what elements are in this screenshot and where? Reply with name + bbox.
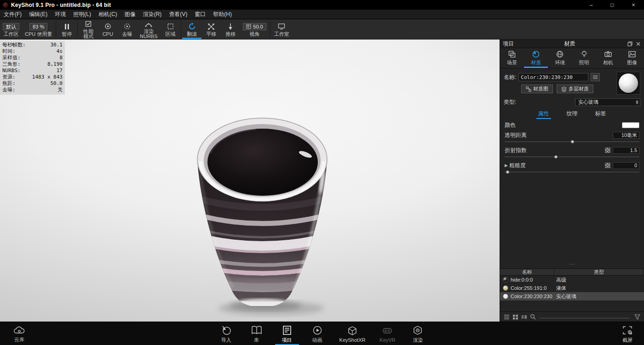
menu-view[interactable]: 查看(V) [165,10,191,19]
render-stats-overlay: 每秒帧数:30.1 时间:4s 采样值:8 三角形:8,190 NURBS:17… [0,41,65,95]
material-type-select[interactable]: 实心玻璃 [575,98,640,106]
roughness-value[interactable]: 0 [613,162,639,169]
studio-icon [278,23,285,30]
material-row-selected[interactable]: Color:230:230:230 实心玻璃 [500,292,644,300]
pause-button[interactable]: 暂停 [57,19,76,39]
transparency-value[interactable]: 10毫米 [613,132,639,139]
studio-button[interactable]: 工作室 [271,19,292,39]
subtab-labels[interactable]: 标签 [593,110,608,119]
texture-map-icon[interactable] [605,147,610,153]
menu-window[interactable]: 窗口 [191,10,209,19]
subtab-textures[interactable]: 纹理 [565,110,580,119]
tumble-button[interactable]: 翻滚 [182,19,201,39]
stat-samples: 采样值:8 [2,55,63,61]
lighting-icon [580,50,588,58]
tree-view-icon[interactable] [521,314,527,320]
tab-camera[interactable]: 相机 [596,48,620,68]
menu-environment[interactable]: 环境 [51,10,69,19]
material-list: 名称 类型 hide:0:0:0 高级 Color:255:191:0 液体 [500,268,644,300]
color-label: 颜色 [505,121,516,129]
panel-header: 项目 材质 [500,40,644,48]
material-swatch-icon [503,294,508,299]
fov-control[interactable]: 50.0 视角 [240,19,269,39]
maximize-button[interactable]: □ [602,0,623,10]
denoise-button[interactable]: 去噪 [117,19,137,39]
keyvr-button[interactable]: KeyVR [375,322,399,345]
filter-icon[interactable] [634,314,640,320]
tab-scene[interactable]: 场景 [500,48,524,68]
pan-button[interactable]: 平移 [201,19,221,39]
multi-material-icon [561,86,567,92]
color-picker-icon[interactable] [591,73,600,81]
minimize-button[interactable]: – [581,0,602,10]
texture-map-icon[interactable] [605,163,610,168]
tab-lighting[interactable]: 照明 [572,48,596,68]
titlebar: KeyShot 9.1 Pro - untitled.bip - 64 bit … [0,0,644,10]
material-row[interactable]: hide:0:0:0 高级 [500,276,644,284]
material-preview[interactable] [616,72,640,95]
keyvr-icon [382,326,393,336]
animation-button[interactable]: 动画 [305,322,329,345]
menubar: 文件(F) 编辑(E) 环境 照明(L) 相机(C) 图像 渲染(R) 查看(V… [0,10,644,19]
slider-track [505,172,639,172]
material-graph-icon [526,86,531,92]
multi-material-button[interactable]: 多层材质 [557,85,593,93]
subtab-properties[interactable]: 属性 [536,110,551,119]
cpu-usage-selector[interactable]: 83 % CPU 使用量 [22,19,55,39]
tab-environment[interactable]: 环境 [548,48,572,68]
slider-knob[interactable] [571,140,574,143]
tab-material[interactable]: 材质 [524,48,548,68]
grid-view-icon[interactable] [512,314,518,320]
performance-mode-button[interactable]: 性能模式 [79,19,98,39]
slider-knob[interactable] [554,155,558,158]
close-button[interactable]: × [623,0,644,10]
screenshot-button[interactable]: 截屏 [615,322,639,345]
region-button[interactable]: 区域 [161,19,180,39]
keyshotxr-button[interactable]: KeyShotXR [336,322,369,345]
workspace-selector[interactable]: 默认 工作区 [0,19,22,39]
fov-value-box[interactable]: 50.0 [243,23,266,30]
render-nurbs-button[interactable]: 渲染NURBS [137,19,161,39]
panel-close-icon[interactable] [634,40,642,47]
stat-time: 时间:4s [2,48,63,55]
project-button[interactable]: 项目 [275,322,299,345]
slider-track [505,157,639,157]
camera-icon [604,50,612,58]
dolly-button[interactable]: 推移 [221,19,240,39]
disclosure-icon[interactable]: ▶ [505,163,508,168]
material-row[interactable]: Color:255:191:0 液体 [500,284,644,292]
cpu-usage-value[interactable]: 83 % [29,23,47,30]
import-button[interactable]: 导入 [214,322,238,345]
column-type[interactable]: 类型 [554,269,644,275]
library-button[interactable]: 库 [245,322,269,345]
undock-icon[interactable] [626,40,634,47]
search-input[interactable] [540,318,630,318]
tab-image[interactable]: 图像 [620,48,644,68]
render-button[interactable]: 渲染 [406,322,430,345]
color-swatch[interactable] [622,122,639,128]
workspace-value[interactable]: 默认 [3,23,19,30]
menu-help[interactable]: 帮助(H) [209,10,236,19]
refraction-value[interactable]: 1.5 [613,147,639,154]
environment-icon [556,50,564,58]
panel-splitter[interactable]: ⋯ [500,262,644,266]
menu-render[interactable]: 渲染(R) [139,10,166,19]
menu-image[interactable]: 图像 [121,10,139,19]
menu-edit[interactable]: 编辑(E) [25,10,51,19]
list-view-icon[interactable] [504,314,510,320]
animation-icon [312,325,323,335]
refraction-label: 折射指数 [505,147,527,154]
column-name[interactable]: 名称 [500,269,554,275]
library-icon [251,325,262,335]
slider-knob[interactable] [506,170,509,174]
menu-lighting[interactable]: 照明(L) [69,10,95,19]
menu-file[interactable]: 文件(F) [0,10,25,19]
cpu-button[interactable]: CPU [98,19,117,39]
material-graph-button[interactable]: 材质图 [521,85,553,93]
scene-icon [508,50,516,58]
roughness-property-row: ▶ 粗糙度 0 [500,161,644,170]
menu-camera[interactable]: 相机(C) [95,10,121,19]
material-name-input[interactable] [518,73,588,81]
search-icon[interactable] [530,314,536,320]
viewport-canvas[interactable]: 每秒帧数:30.1 时间:4s 采样值:8 三角形:8,190 NURBS:17… [0,40,500,322]
